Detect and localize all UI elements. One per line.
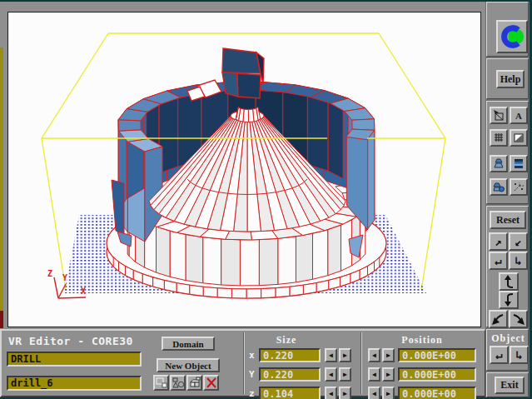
help-section: Help xyxy=(486,58,529,99)
size-y-axis-label: Y xyxy=(249,369,259,380)
flat-shade-button[interactable] xyxy=(510,129,528,147)
primitives-mode-button[interactable] xyxy=(170,375,186,391)
size-y-decrement-button[interactable]: ◀ xyxy=(325,367,337,382)
step-left-icon: ◀ xyxy=(372,371,376,378)
exit-label: Exit xyxy=(500,379,518,392)
parameter-panel: VR Editor - CORE30 DRILL drill_6 Domain … xyxy=(0,329,485,397)
object-label: Object xyxy=(487,332,530,345)
smooth-shade-icon xyxy=(512,157,525,170)
grid-tool-button[interactable] xyxy=(490,129,508,147)
viewport-frame: Z Y X xyxy=(0,2,485,329)
delete-icon xyxy=(205,377,217,389)
new-object-label: New Object xyxy=(165,361,211,371)
position-y-field[interactable]: 0.000E+00 xyxy=(398,367,476,382)
vertices-mode-button[interactable] xyxy=(153,375,169,391)
object-id-field[interactable]: drill_6 xyxy=(7,376,142,391)
scene-3d: Z Y X xyxy=(8,12,480,327)
step-right-icon: ▶ xyxy=(386,371,390,378)
domain-button[interactable]: Domain xyxy=(162,337,215,351)
light-sphere-button[interactable] xyxy=(490,178,508,196)
select-wireframe-button[interactable] xyxy=(490,107,508,124)
text-label-icon: A xyxy=(512,109,525,122)
logo-button[interactable] xyxy=(496,20,528,53)
viewport-3d[interactable]: Z Y X xyxy=(7,12,481,327)
position-z-increment-button[interactable]: ▶ xyxy=(382,387,395,399)
panel-divider xyxy=(360,332,362,394)
objects-mode-button[interactable] xyxy=(186,375,202,391)
down-left-arrow-icon: ↙ xyxy=(515,235,521,248)
position-x-field[interactable]: 0.000E+00 xyxy=(398,348,476,362)
turn-left-arrow-icon: ↵ xyxy=(495,254,501,267)
panel-divider xyxy=(243,332,245,394)
exit-section: Exit xyxy=(486,372,529,397)
object-prev-arrow-icon: ↵ xyxy=(495,348,502,362)
smooth-shade-button[interactable] xyxy=(510,155,528,172)
position-y-increment-button[interactable]: ▶ xyxy=(382,367,395,382)
new-object-button[interactable]: New Object xyxy=(157,358,220,372)
objects-icon xyxy=(188,377,201,389)
pitch-up-arrow-icon xyxy=(502,274,515,289)
panel-title: VR Editor - CORE30 xyxy=(8,335,133,347)
exit-button[interactable]: Exit xyxy=(495,377,525,394)
position-x-decrement-button[interactable]: ◀ xyxy=(368,348,380,362)
size-x-axis-label: x xyxy=(249,350,259,361)
step-left-icon: ◀ xyxy=(329,371,333,378)
reset-button[interactable]: Reset xyxy=(490,211,526,229)
step-right-icon: ▶ xyxy=(343,371,347,378)
domain-label: Domain xyxy=(172,339,203,349)
turn-right-button[interactable]: ↳ xyxy=(509,252,528,270)
turn-right-arrow-icon: ↳ xyxy=(515,254,521,267)
size-x-decrement-button[interactable]: ◀ xyxy=(325,348,337,362)
screen-edge-artifact xyxy=(0,311,3,328)
position-z-field[interactable]: 0.000E+00 xyxy=(398,387,476,399)
object-next-button[interactable]: ↳ xyxy=(510,346,529,364)
flat-shade-icon xyxy=(512,132,525,144)
size-header: Size xyxy=(248,334,325,347)
step-right-icon: ▶ xyxy=(386,390,390,397)
orbit-down-left-arrow-icon xyxy=(491,312,505,327)
size-y-increment-button[interactable]: ▶ xyxy=(339,367,351,382)
step-left-icon: ◀ xyxy=(329,352,333,359)
size-z-axis-label: z xyxy=(249,388,259,399)
pitch-down-arrow-icon xyxy=(502,292,515,307)
position-z-decrement-button[interactable]: ◀ xyxy=(368,387,380,399)
axis-x-label: X xyxy=(81,287,86,296)
size-z-increment-button[interactable]: ▶ xyxy=(339,387,351,399)
light-tool-button[interactable] xyxy=(490,155,508,172)
zoom-down-left-button[interactable]: ↙ xyxy=(509,232,528,251)
size-z-field[interactable]: 0.104 xyxy=(259,387,321,399)
pitch-down-button[interactable] xyxy=(499,291,519,309)
step-left-icon: ◀ xyxy=(372,390,376,397)
turn-left-button[interactable]: ↵ xyxy=(489,252,508,270)
vertices-icon xyxy=(155,377,167,389)
help-button[interactable]: Help xyxy=(496,70,525,88)
step-right-icon: ▶ xyxy=(386,352,390,359)
step-right-icon: ▶ xyxy=(343,390,347,397)
text-label-button[interactable]: A xyxy=(510,107,528,124)
size-x-increment-button[interactable]: ▶ xyxy=(339,348,351,362)
size-x-field[interactable]: 0.220 xyxy=(259,348,321,362)
orbit-down-right-button[interactable] xyxy=(509,310,528,328)
vr-editor-window: Z Y X Help xyxy=(0,0,532,399)
orbit-down-left-button[interactable] xyxy=(489,310,508,328)
object-prev-button[interactable]: ↵ xyxy=(490,346,509,364)
size-y-field[interactable]: 0.220 xyxy=(259,367,321,382)
primitives-icon xyxy=(172,377,184,389)
select-wireframe-icon xyxy=(492,109,505,122)
axes-tool-button[interactable] xyxy=(510,178,528,196)
object-next-arrow-icon: ↳ xyxy=(515,348,522,362)
step-left-icon: ◀ xyxy=(372,352,376,359)
object-name-field[interactable]: DRILL xyxy=(7,352,142,367)
position-y-decrement-button[interactable]: ◀ xyxy=(368,367,380,382)
position-x-increment-button[interactable]: ▶ xyxy=(382,348,395,362)
zoom-up-right-button[interactable]: ↗ xyxy=(489,232,508,251)
step-left-icon: ◀ xyxy=(329,390,333,397)
tools-section: A xyxy=(486,101,529,204)
size-z-decrement-button[interactable]: ◀ xyxy=(325,387,337,399)
svg-text:A: A xyxy=(515,111,522,121)
delete-button[interactable] xyxy=(203,375,219,391)
pitch-up-button[interactable] xyxy=(499,272,519,291)
axis-z-label: Z xyxy=(47,269,52,278)
up-right-arrow-icon: ↗ xyxy=(495,235,501,248)
axis-y-label: Y xyxy=(62,273,67,282)
